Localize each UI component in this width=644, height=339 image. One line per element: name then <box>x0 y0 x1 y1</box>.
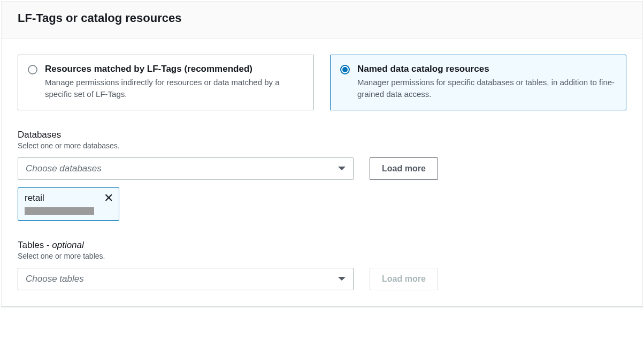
option-named-desc: Manager permissions for specific databas… <box>357 77 616 100</box>
panel-body: Resources matched by LF-Tags (recommende… <box>2 39 642 306</box>
close-icon[interactable]: ✕ <box>104 192 113 204</box>
option-lf-tags[interactable]: Resources matched by LF-Tags (recommende… <box>18 55 314 110</box>
lf-tags-panel: LF-Tags or catalog resources Resources m… <box>1 1 643 307</box>
tables-help: Select one or more tables. <box>18 252 626 260</box>
resource-type-options: Resources matched by LF-Tags (recommende… <box>18 55 626 110</box>
radio-unchecked-icon <box>28 65 37 74</box>
databases-field: Databases Select one or more databases. … <box>18 130 626 221</box>
caret-down-icon <box>338 277 346 281</box>
database-token-label: retail <box>25 193 44 204</box>
databases-help: Select one or more databases. <box>18 141 626 150</box>
tables-load-more-button: Load more <box>370 268 438 290</box>
panel-title: LF-Tags or catalog resources <box>18 11 626 25</box>
caret-down-icon <box>338 167 346 170</box>
option-lf-tags-desc: Manage permissions indirectly for resour… <box>45 77 304 100</box>
tables-placeholder: Choose tables <box>26 274 84 284</box>
tables-row: Choose tables Load more <box>18 268 626 290</box>
panel-header: LF-Tags or catalog resources <box>2 2 642 39</box>
redacted-bar <box>25 207 94 215</box>
option-lf-tags-text: Resources matched by LF-Tags (recommende… <box>45 64 304 100</box>
tables-label: Tables - optional <box>18 240 626 251</box>
option-named-text: Named data catalog resources Manager per… <box>357 64 616 100</box>
tables-field: Tables - optional Select one or more tab… <box>18 240 626 290</box>
option-lf-tags-title: Resources matched by LF-Tags (recommende… <box>45 64 304 74</box>
tables-optional-text: - optional <box>44 240 84 250</box>
databases-select[interactable]: Choose databases <box>18 157 354 180</box>
database-token: retail ✕ <box>18 187 119 221</box>
databases-load-more-button[interactable]: Load more <box>370 157 438 180</box>
option-named-title: Named data catalog resources <box>357 64 616 74</box>
databases-tokens: retail ✕ <box>18 187 626 221</box>
tables-label-text: Tables <box>18 240 44 250</box>
tables-select[interactable]: Choose tables <box>18 268 354 290</box>
databases-row: Choose databases Load more <box>18 157 626 180</box>
radio-checked-icon <box>340 65 350 74</box>
databases-placeholder: Choose databases <box>26 163 102 174</box>
option-named-resources[interactable]: Named data catalog resources Manager per… <box>330 55 626 110</box>
databases-label: Databases <box>18 130 626 140</box>
